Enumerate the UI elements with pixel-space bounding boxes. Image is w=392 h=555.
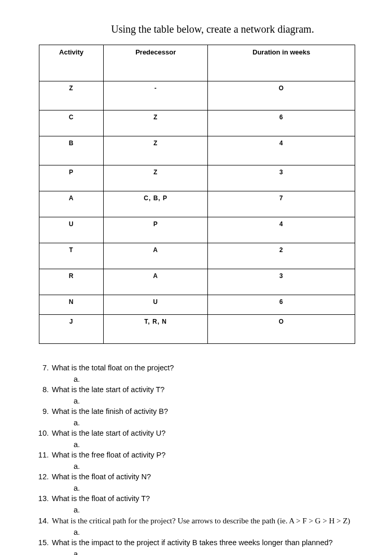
header-activity: Activity [39,45,104,81]
question-number: 15. [37,537,52,549]
table-row: UP4 [39,217,355,243]
question-text: What is the late start of activity T? [52,384,376,396]
table-row: CZ6 [39,110,355,136]
cell-duration: 6 [208,295,355,315]
question-text: What is the float of activity T? [52,493,376,505]
cell-activity: P [39,165,104,191]
cell-duration: O [208,315,355,344]
table-row: AC, B, P7 [39,191,355,217]
question-item: 11.What is the free float of activity P?… [37,450,376,471]
question-sub: a. [74,461,376,471]
cell-duration: O [208,81,355,110]
cell-duration: 3 [208,165,355,191]
question-sub: a. [74,483,376,493]
header-predecessor: Predecessor [104,45,208,81]
cell-predecessor: A [104,243,208,269]
question-number: 13. [37,493,52,505]
question-row: 11.What is the free float of activity P? [37,450,376,461]
question-item: 8.What is the late start of activity T?a… [37,384,376,406]
cell-activity: C [39,110,104,136]
question-number: 9. [37,406,52,418]
question-number: 11. [37,450,52,461]
cell-predecessor: P [104,217,208,243]
cell-activity: R [39,269,104,295]
cell-duration: 6 [208,110,355,136]
page-title: Using the table below, create a network … [88,23,337,35]
question-item: 13.What is the float of activity T?a. [37,493,376,515]
table-header-row: Activity Predecessor Duration in weeks [39,45,355,81]
questions-block: 7.What is the total float on the project… [37,363,376,555]
question-item: 14.What is the critical path for the pro… [37,515,376,537]
cell-duration: 4 [208,136,355,165]
question-number: 10. [37,428,52,439]
question-item: 10.What is the late start of activity U?… [37,428,376,450]
cell-activity: N [39,295,104,315]
question-row: 7.What is the total float on the project… [37,363,376,374]
question-number: 7. [37,363,52,374]
question-number: 14. [37,516,52,527]
question-number: 12. [37,471,52,483]
cell-predecessor: C, B, P [104,191,208,217]
question-number: 8. [37,384,52,396]
cell-duration: 3 [208,269,355,295]
table-row: JT, R, NO [39,315,355,344]
question-item: 15.What is the impact to the project if … [37,537,376,555]
question-row: 8.What is the late start of activity T? [37,384,376,396]
question-text: What is the free float of activity P? [52,450,376,461]
cell-predecessor: T, R, N [104,315,208,344]
question-text: What is the late start of activity U? [52,428,376,439]
question-text: What is the float of activity N? [52,471,376,483]
question-sub: a. [74,549,376,555]
question-row: 14.What is the critical path for the pro… [37,515,376,527]
document-page: Using the table below, create a network … [0,0,392,555]
question-text: What is the impact to the project if act… [52,537,376,549]
table-row: BZ4 [39,136,355,165]
question-sub: a. [74,527,376,537]
question-item: 12.What is the float of activity N?a. [37,471,376,493]
question-row: 13.What is the float of activity T? [37,493,376,505]
cell-predecessor: - [104,81,208,110]
question-row: 12.What is the float of activity N? [37,471,376,483]
table-row: RA3 [39,269,355,295]
cell-predecessor: Z [104,110,208,136]
table-row: PZ3 [39,165,355,191]
question-item: 9.What is the late finish of activity B?… [37,406,376,428]
cell-activity: U [39,217,104,243]
question-item: 7.What is the total float on the project… [37,363,376,384]
question-sub: a. [74,439,376,450]
header-duration: Duration in weeks [208,45,355,81]
question-sub: a. [74,418,376,428]
question-row: 15.What is the impact to the project if … [37,537,376,549]
cell-activity: T [39,243,104,269]
cell-duration: 7 [208,191,355,217]
cell-duration: 2 [208,243,355,269]
question-row: 9.What is the late finish of activity B? [37,406,376,418]
cell-activity: Z [39,81,104,110]
question-text: What is the critical path for the projec… [52,515,376,527]
question-text: What is the late finish of activity B? [52,406,376,418]
table-row: Z-O [39,81,355,110]
cell-activity: J [39,315,104,344]
cell-activity: B [39,136,104,165]
table-row: NU6 [39,295,355,315]
cell-activity: A [39,191,104,217]
table-row: TA2 [39,243,355,269]
question-sub: a. [74,374,376,384]
cell-duration: 4 [208,217,355,243]
question-sub: a. [74,396,376,406]
question-text: What is the total float on the project? [52,363,376,374]
cell-predecessor: Z [104,165,208,191]
cell-predecessor: Z [104,136,208,165]
question-row: 10.What is the late start of activity U? [37,428,376,439]
activity-table: Activity Predecessor Duration in weeks Z… [39,45,355,344]
cell-predecessor: U [104,295,208,315]
cell-predecessor: A [104,269,208,295]
question-sub: a. [74,505,376,515]
